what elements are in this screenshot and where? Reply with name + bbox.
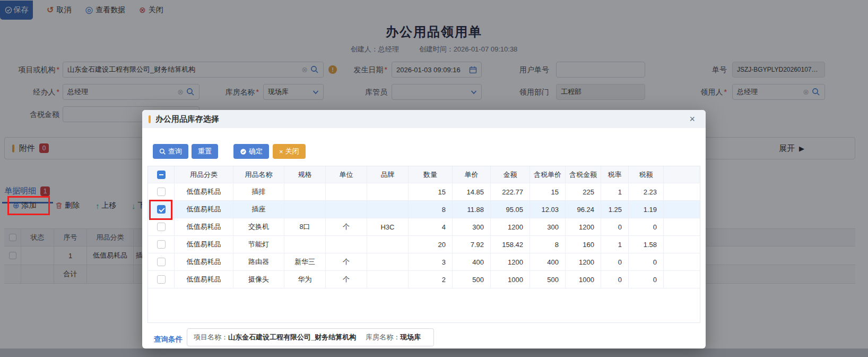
cell: 158.42 xyxy=(491,236,530,253)
row-checkbox[interactable] xyxy=(157,258,166,266)
cell: 400 xyxy=(453,253,491,270)
row-checkbox[interactable] xyxy=(157,188,166,196)
inventory-row[interactable]: 低值易耗品摄像头华为个25001000500100000 xyxy=(148,271,700,288)
cell: 插排 xyxy=(233,183,284,200)
cell: 15 xyxy=(530,183,566,200)
inventory-row[interactable]: 低值易耗品插排1514.85222.771522512.23 xyxy=(148,183,700,201)
modal-close-button[interactable]: × 关闭 xyxy=(273,144,306,159)
confirm-button[interactable]: 确定 xyxy=(233,144,269,159)
cell xyxy=(284,183,326,200)
cell: 0 xyxy=(601,218,629,235)
inventory-row[interactable]: 低值易耗品交换机8口个H3C43001200300120000 xyxy=(148,218,700,236)
cell: H3C xyxy=(367,218,409,235)
cell: 1200 xyxy=(566,218,601,235)
inventory-row[interactable]: 低值易耗品路由器新华三个34001200400120000 xyxy=(148,253,700,271)
column-header: 含税单价 xyxy=(530,166,566,183)
qc-project-value: 山东金石建设工程有限公司_财务结算机构 xyxy=(228,333,356,342)
cell xyxy=(367,236,409,253)
column-header: 单价 xyxy=(453,166,491,183)
cell: 低值易耗品 xyxy=(175,253,233,270)
cell xyxy=(326,183,367,200)
cell: 新华三 xyxy=(284,253,326,270)
cell: 0 xyxy=(601,271,629,288)
cell: 15 xyxy=(409,183,453,200)
modal-close-label: 关闭 xyxy=(285,147,299,156)
cell: 2.23 xyxy=(629,183,664,200)
inventory-row[interactable]: 低值易耗品节能灯207.92158.42816011.58 xyxy=(148,236,700,253)
cell: 摄像头 xyxy=(233,271,284,288)
annotation-box-checked-row xyxy=(149,200,172,220)
qc-warehouse-label: 库房名称： xyxy=(366,333,400,342)
cell: 1 xyxy=(601,236,629,253)
cell: 222.77 xyxy=(491,183,530,200)
cell xyxy=(284,201,326,218)
column-header: 税额 xyxy=(629,166,664,183)
cell: 225 xyxy=(566,183,601,200)
cell: 400 xyxy=(530,253,566,270)
cell: 300 xyxy=(530,218,566,235)
row-checkbox-cell xyxy=(148,271,175,288)
cell: 4 xyxy=(409,218,453,235)
column-header: 税率 xyxy=(601,166,629,183)
cell: 交换机 xyxy=(233,218,284,235)
select-all-checkbox[interactable] xyxy=(157,171,166,179)
cell: 1200 xyxy=(491,253,530,270)
cell: 1.25 xyxy=(601,201,629,218)
cell: 插座 xyxy=(233,201,284,218)
cell: 低值易耗品 xyxy=(175,271,233,288)
cell: 1.58 xyxy=(629,236,664,253)
cell: 个 xyxy=(326,218,367,235)
cell: 0 xyxy=(601,253,629,270)
cell: 0 xyxy=(629,271,664,288)
cell: 14.85 xyxy=(453,183,491,200)
column-header: 金额 xyxy=(491,166,530,183)
cell: 500 xyxy=(453,271,491,288)
cell: 95.05 xyxy=(491,201,530,218)
reset-button[interactable]: 重置 xyxy=(192,144,218,159)
cell: 0 xyxy=(629,218,664,235)
cell: 低值易耗品 xyxy=(175,183,233,200)
cell xyxy=(367,201,409,218)
reset-label: 重置 xyxy=(198,147,212,156)
cell: 160 xyxy=(566,236,601,253)
row-checkbox-cell xyxy=(148,253,175,270)
column-header: 含税金额 xyxy=(566,166,601,183)
cell: 1.19 xyxy=(629,201,664,218)
query-label: 查询 xyxy=(168,147,182,156)
cell: 1200 xyxy=(491,218,530,235)
cell: 8 xyxy=(530,236,566,253)
modal-table-body: 低值易耗品插排1514.85222.771522512.23低值易耗品插座811… xyxy=(148,183,700,288)
query-button[interactable]: 查询 xyxy=(153,144,188,159)
cell: 低值易耗品 xyxy=(175,201,233,218)
x-icon: × xyxy=(279,148,283,156)
cell: 1 xyxy=(601,183,629,200)
cell xyxy=(284,236,326,253)
cell xyxy=(326,236,367,253)
inventory-table-header: 用品分类用品名称规格单位品牌数量单价金额含税单价含税金额税率税额 xyxy=(148,166,700,183)
modal-accent-bar xyxy=(149,115,151,123)
cell: 11.88 xyxy=(453,201,491,218)
cell: 个 xyxy=(326,253,367,270)
header-checkbox-cell xyxy=(148,166,175,183)
row-checkbox[interactable] xyxy=(157,223,166,231)
column-header: 规格 xyxy=(284,166,326,183)
cell xyxy=(367,253,409,270)
column-header: 用品分类 xyxy=(175,166,233,183)
inventory-table: 用品分类用品名称规格单位品牌数量单价金额含税单价含税金额税率税额 低值易耗品插排… xyxy=(147,166,700,323)
search-icon xyxy=(159,148,166,155)
row-checkbox[interactable] xyxy=(157,275,166,284)
cell: 低值易耗品 xyxy=(175,236,233,253)
cell xyxy=(367,183,409,200)
cell xyxy=(326,201,367,218)
modal-close-icon[interactable]: × xyxy=(689,113,695,125)
annotation-box-add-button xyxy=(7,196,50,215)
row-checkbox-cell xyxy=(148,218,175,235)
column-header: 用品名称 xyxy=(233,166,284,183)
check-circle-icon xyxy=(240,148,247,155)
inventory-row[interactable]: 低值易耗品插座811.8895.0512.0396.241.251.19 xyxy=(148,201,700,218)
row-checkbox[interactable] xyxy=(157,240,166,249)
cell: 8口 xyxy=(284,218,326,235)
cell: 500 xyxy=(530,271,566,288)
cell: 20 xyxy=(409,236,453,253)
cell: 2 xyxy=(409,271,453,288)
